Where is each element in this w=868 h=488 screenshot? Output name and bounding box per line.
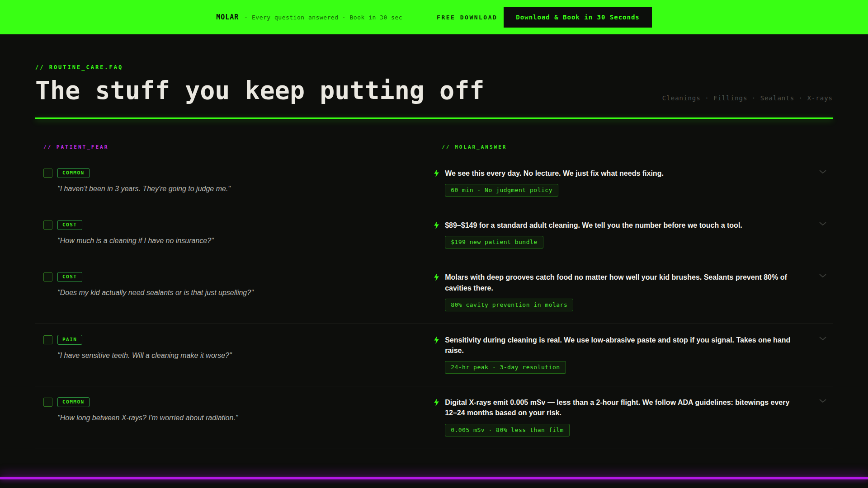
fear-tag: COMMON	[57, 168, 90, 178]
checkbox[interactable]	[43, 335, 52, 344]
fear-quote: "I have sensitive teeth. Will a cleaning…	[57, 352, 423, 360]
column-label-molar-answer: // MOLAR_ANSWER	[434, 144, 833, 150]
answer-cell: Molars with deep grooves catch food no m…	[434, 272, 833, 311]
chevron-down-icon[interactable]	[819, 337, 826, 341]
bolt-icon	[434, 336, 439, 374]
fear-quote: "How long between X-rays? I'm worried ab…	[57, 414, 423, 422]
checkbox[interactable]	[43, 221, 52, 230]
answer-badge: $199 new patient bundle	[445, 236, 543, 249]
fear-cell: PAIN "I have sensitive teeth. Will a cle…	[35, 335, 423, 374]
answer-badge: 60 min · No judgment policy	[445, 184, 558, 197]
answer-badge: 24-hr peak · 3-day resolution	[445, 361, 566, 374]
answer-text: Sensitivity during cleaning is real. We …	[445, 335, 802, 356]
free-download-label: FREE DOWNLOAD	[437, 14, 497, 21]
fear-quote: "I haven't been in 3 years. They're goin…	[57, 185, 423, 193]
fear-tag: COMMON	[57, 397, 90, 407]
faq-row[interactable]: PAIN "I have sensitive teeth. Will a cle…	[35, 324, 833, 386]
bolt-icon	[434, 169, 439, 197]
purple-accent-divider	[0, 477, 868, 479]
answer-cell: We see this every day. No lecture. We ju…	[434, 168, 833, 197]
fear-quote: "How much is a cleaning if I have no ins…	[57, 237, 423, 245]
chevron-down-icon[interactable]	[819, 170, 826, 174]
topbar-tagline: · Every question answered · Book in 30 s…	[244, 14, 402, 21]
bolt-icon	[434, 273, 439, 311]
fear-cell: COMMON "How long between X-rays? I'm wor…	[35, 397, 423, 436]
fear-cell: COMMON "I haven't been in 3 years. They'…	[35, 168, 423, 197]
fear-cell: COST "How much is a cleaning if I have n…	[35, 220, 423, 249]
faq-row[interactable]: COST "How much is a cleaning if I have n…	[35, 209, 833, 261]
column-headers: // PATIENT_FEAR // MOLAR_ANSWER	[35, 144, 833, 157]
checkbox[interactable]	[43, 169, 52, 178]
brand-logo: MOLAR	[216, 13, 239, 21]
answer-badge: 0.005 mSv · 80% less than film	[445, 424, 570, 436]
fear-cell: COST "Does my kid actually need sealants…	[35, 272, 423, 311]
chevron-down-icon[interactable]	[819, 274, 826, 278]
section-header: The stuff you keep putting off Cleanings…	[35, 70, 833, 105]
answer-badge: 80% cavity prevention in molars	[445, 299, 573, 311]
answer-cell: $89–$149 for a standard adult cleaning. …	[434, 220, 833, 249]
fear-tag: PAIN	[57, 335, 82, 345]
chevron-down-icon[interactable]	[819, 399, 826, 403]
answer-cell: Digital X-rays emit 0.005 mSv — less tha…	[434, 397, 833, 436]
faq-row[interactable]: COST "Does my kid actually need sealants…	[35, 261, 833, 324]
bolt-icon	[434, 221, 439, 249]
green-divider	[35, 117, 833, 119]
faq-row[interactable]: COMMON "I haven't been in 3 years. They'…	[35, 157, 833, 209]
answer-text: We see this every day. No lecture. We ju…	[445, 168, 664, 178]
column-label-patient-fear: // PATIENT_FEAR	[35, 144, 423, 150]
answer-text: Molars with deep grooves catch food no m…	[445, 272, 802, 293]
checkbox[interactable]	[43, 398, 52, 407]
faq-section: // ROUTINE_CARE.FAQ The stuff you keep p…	[0, 34, 868, 477]
answer-text: Digital X-rays emit 0.005 mSv — less tha…	[445, 397, 802, 418]
section-eyebrow: // ROUTINE_CARE.FAQ	[35, 64, 833, 70]
bolt-icon	[434, 399, 439, 436]
fear-tag: COST	[57, 272, 82, 282]
download-book-button[interactable]: Download & Book in 30 Seconds	[504, 7, 651, 28]
topics-list: Cleanings · Fillings · Sealants · X-rays	[662, 94, 833, 105]
chevron-down-icon[interactable]	[819, 222, 826, 226]
answer-cell: Sensitivity during cleaning is real. We …	[434, 335, 833, 374]
top-announcement-bar: MOLAR · Every question answered · Book i…	[0, 0, 868, 34]
answer-text: $89–$149 for a standard adult cleaning. …	[445, 220, 742, 230]
faq-row[interactable]: COMMON "How long between X-rays? I'm wor…	[35, 386, 833, 449]
page-title: The stuff you keep putting off	[35, 76, 484, 105]
fear-tag: COST	[57, 220, 82, 230]
checkbox[interactable]	[43, 272, 52, 282]
fear-quote: "Does my kid actually need sealants or i…	[57, 289, 423, 297]
